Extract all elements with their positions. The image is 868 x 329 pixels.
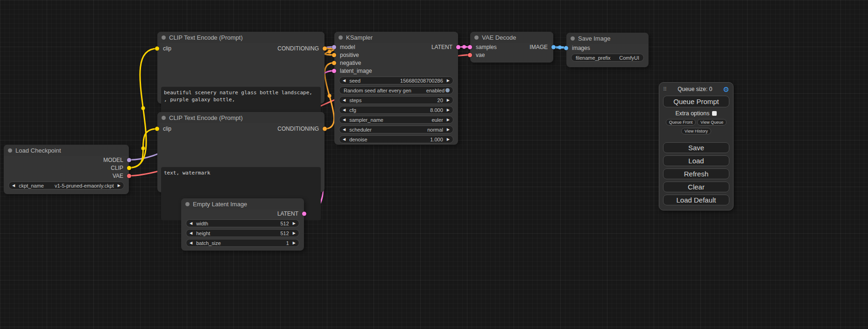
node-vae-decode[interactable]: VAE Decode samples IMAGE vae [470,32,553,63]
node-title-bar[interactable]: KSampler [334,32,458,43]
node-title-label: VAE Decode [482,34,516,41]
node-clip-text-encode-positive[interactable]: CLIP Text Encode (Prompt) clip CONDITION… [157,32,325,104]
decrement-arrow-icon[interactable]: ◀ [343,138,346,141]
increment-arrow-icon[interactable]: ▶ [447,128,450,132]
widget-steps[interactable]: ◀ steps 20 ▶ [339,96,453,104]
node-load-checkpoint[interactable]: Load Checkpoint MODEL CLIP VAE ◀ ckpt_na… [4,145,129,194]
load-button[interactable]: Load [663,155,729,166]
decrement-arrow-icon[interactable]: ◀ [343,79,346,83]
input-port-latent-image[interactable] [332,69,336,73]
widget-ckpt-name[interactable]: ◀ ckpt_name v1-5-pruned-emaonly.ckpt ▶ [8,182,124,189]
input-label: model [340,44,355,50]
input-port-model[interactable] [332,45,336,49]
increment-arrow-icon[interactable]: ▶ [293,231,296,235]
output-port-latent[interactable] [302,211,306,216]
widget-label: scheduler [349,127,372,133]
increment-arrow-icon[interactable]: ▶ [447,79,450,83]
widget-batch-size[interactable]: ◀ batch_size 1 ▶ [186,239,299,247]
node-title-label: KSampler [346,34,373,41]
output-label: IMAGE [529,44,548,50]
increment-arrow-icon[interactable]: ▶ [447,108,450,112]
increment-arrow-icon[interactable]: ▶ [447,138,450,141]
queue-prompt-button[interactable]: Queue Prompt [663,96,729,107]
node-title-bar[interactable]: CLIP Text Encode (Prompt) [157,112,325,123]
input-label: vae [476,52,485,58]
node-title-bar[interactable]: Empty Latent Image [181,198,304,210]
output-port-image[interactable] [551,45,556,49]
widget-scheduler[interactable]: ◀ scheduler normal ▶ [339,126,453,133]
drag-handle-icon[interactable]: ⠿ [663,86,667,92]
collapse-dot-icon[interactable] [474,35,479,40]
extra-options-checkbox[interactable] [712,111,717,116]
collapse-dot-icon[interactable] [162,35,166,40]
input-port-clip[interactable] [155,127,159,131]
increment-arrow-icon[interactable]: ▶ [447,98,450,102]
load-default-button[interactable]: Load Default [663,195,729,205]
widget-value: 512 [280,231,289,236]
node-title-label: Save Image [578,35,610,42]
collapse-dot-icon[interactable] [8,148,12,153]
refresh-button[interactable]: Refresh [663,168,729,179]
increment-arrow-icon[interactable]: ▶ [118,184,120,188]
node-save-image[interactable]: Save Image images filename_prefix ComfyU… [566,33,649,67]
input-port-negative[interactable] [332,61,336,65]
widget-random-seed-toggle[interactable]: Random seed after every gen enabled [339,86,453,94]
widget-width[interactable]: ◀ width 512 ▶ [186,219,299,227]
clear-button[interactable]: Clear [663,182,729,192]
decrement-arrow-icon[interactable]: ◀ [190,222,192,225]
output-port-clip[interactable] [127,166,131,170]
extra-options-label: Extra options [676,110,710,117]
decrement-arrow-icon[interactable]: ◀ [343,128,346,132]
collapse-dot-icon[interactable] [339,35,343,40]
decrement-arrow-icon[interactable]: ◀ [343,118,346,122]
output-port-conditioning[interactable] [323,47,327,51]
widget-seed[interactable]: ◀ seed 156680208700286 ▶ [339,77,453,84]
output-port-conditioning[interactable] [323,127,327,131]
output-port-model[interactable] [127,158,131,162]
input-port-clip[interactable] [155,47,159,51]
collapse-dot-icon[interactable] [571,36,575,41]
decrement-arrow-icon[interactable]: ◀ [343,98,346,102]
queue-panel: ⠿ Queue size: 0 ⚙ Queue Prompt Extra opt… [659,82,734,210]
node-title-bar[interactable]: VAE Decode [470,32,553,43]
node-title-bar[interactable]: Save Image [566,33,649,44]
widget-sampler-name[interactable]: ◀ sampler_name euler ▶ [339,116,453,124]
view-queue-button[interactable]: View Queue [697,119,727,126]
increment-arrow-icon[interactable]: ▶ [293,241,296,245]
node-title-label: CLIP Text Encode (Prompt) [169,34,243,41]
toggle-dot-icon[interactable] [445,88,450,92]
input-port-vae[interactable] [468,53,472,57]
node-empty-latent-image[interactable]: Empty Latent Image LATENT ◀ width 512 ▶ … [181,198,304,251]
input-port-samples[interactable] [468,45,472,49]
settings-gear-icon[interactable]: ⚙ [723,86,729,93]
decrement-arrow-icon[interactable]: ◀ [190,231,192,235]
widget-label: width [196,221,208,226]
decrement-arrow-icon[interactable]: ◀ [190,241,192,245]
increment-arrow-icon[interactable]: ▶ [447,118,450,122]
node-title-bar[interactable]: Load Checkpoint [4,145,129,156]
node-title-bar[interactable]: CLIP Text Encode (Prompt) [157,32,325,43]
widget-denoise[interactable]: ◀ denoise 1.000 ▶ [339,135,453,143]
view-history-button[interactable]: View History [681,128,711,134]
widget-height[interactable]: ◀ height 512 ▶ [186,229,299,237]
input-label: negative [340,60,361,66]
collapse-dot-icon[interactable] [162,116,166,120]
input-port-positive[interactable] [332,53,336,57]
node-ksampler[interactable]: KSampler model LATENT positive negative … [334,32,458,145]
input-label: clip [163,45,171,52]
widget-value: 156680208700286 [400,78,443,84]
widget-filename-prefix[interactable]: filename_prefix ComfyUI [571,54,644,62]
decrement-arrow-icon[interactable]: ◀ [12,184,15,188]
collapse-dot-icon[interactable] [185,202,190,206]
decrement-arrow-icon[interactable]: ◀ [343,108,346,112]
save-button[interactable]: Save [663,142,729,153]
output-port-latent[interactable] [456,45,460,49]
graph-canvas[interactable]: CLIP Text Encode (Prompt) clip CONDITION… [0,0,868,329]
queue-front-button[interactable]: Queue Front [666,119,696,126]
node-title-label: CLIP Text Encode (Prompt) [169,114,243,121]
increment-arrow-icon[interactable]: ▶ [293,222,296,225]
output-port-vae[interactable] [127,174,131,178]
widget-cfg[interactable]: ◀ cfg 8.000 ▶ [339,106,453,114]
input-port-images[interactable] [564,46,568,50]
node-clip-text-encode-negative[interactable]: CLIP Text Encode (Prompt) clip CONDITION… [157,112,325,192]
